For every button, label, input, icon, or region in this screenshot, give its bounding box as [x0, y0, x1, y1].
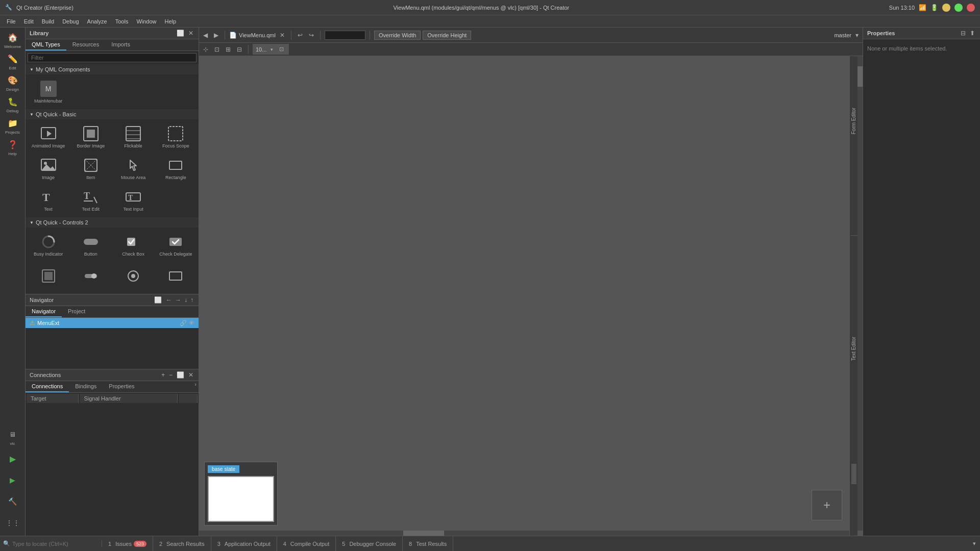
- list-item[interactable]: [28, 261, 69, 292]
- nav-visibility-btn[interactable]: 👁: [189, 320, 194, 327]
- tab-bindings[interactable]: Bindings: [69, 381, 103, 392]
- sidebar-item-design[interactable]: 🎨 Design: [3, 73, 23, 93]
- toolbar-close-file-btn[interactable]: ✕: [278, 31, 287, 40]
- menu-debug[interactable]: Debug: [58, 17, 83, 26]
- add-state-button[interactable]: +: [812, 490, 842, 520]
- nav-expand-btn[interactable]: ⬜: [153, 296, 163, 304]
- select-tool-btn[interactable]: ⊹: [201, 45, 210, 54]
- bottom-tab-debugger[interactable]: 5 Debugger Console: [336, 536, 403, 551]
- apps-button[interactable]: ⋮⋮: [3, 513, 23, 533]
- connections-close-btn[interactable]: ✕: [187, 371, 194, 379]
- toolbar-search-input[interactable]: [325, 31, 365, 40]
- list-item[interactable]: Border Image: [70, 121, 111, 152]
- list-item[interactable]: Focus Scope: [155, 121, 197, 152]
- sidebar-item-debug[interactable]: 🐛 Debug: [3, 94, 23, 115]
- minimize-button[interactable]: [942, 4, 950, 12]
- navigator-row-menuext[interactable]: ⚠ MenuExt 🔗 👁: [26, 318, 199, 328]
- bottom-expand-btn[interactable]: ▾: [969, 540, 980, 547]
- menu-build[interactable]: Build: [38, 17, 58, 26]
- text-editor-label[interactable]: Text Editor: [849, 335, 859, 363]
- menu-edit[interactable]: Edit: [20, 17, 38, 26]
- locate-input[interactable]: [12, 541, 89, 547]
- run-button[interactable]: ▶: [3, 448, 23, 469]
- toolbar-back-btn[interactable]: ◀: [201, 31, 210, 40]
- filter-input[interactable]: [28, 53, 197, 62]
- bottom-tab-issues[interactable]: 1 Issues 523: [102, 536, 153, 551]
- tab-project[interactable]: Project: [62, 306, 91, 317]
- form-editor-label[interactable]: Form Editor: [849, 106, 859, 136]
- connections-add-btn[interactable]: +: [160, 371, 166, 379]
- list-item[interactable]: Button: [70, 230, 111, 260]
- snap-btn[interactable]: ⊞: [224, 45, 233, 54]
- zoom-expand-btn[interactable]: ▾: [268, 46, 275, 53]
- nav-link-btn[interactable]: 🔗: [180, 320, 187, 327]
- debug-run-button[interactable]: ▶: [3, 470, 23, 490]
- list-item[interactable]: [155, 261, 197, 292]
- canvas[interactable]: base state +: [199, 56, 863, 536]
- bottom-tab-compile[interactable]: 4 Compile Output: [277, 536, 336, 551]
- scrollbar-v-thumb[interactable]: [857, 66, 863, 87]
- override-height-btn[interactable]: Override Height: [423, 31, 471, 40]
- base-state-card[interactable]: base state: [204, 462, 278, 525]
- list-item[interactable]: Image: [28, 153, 69, 184]
- list-item[interactable]: Rectangle: [155, 153, 197, 184]
- maximize-button[interactable]: [954, 4, 963, 12]
- bottom-tab-test[interactable]: 8 Test Results: [403, 536, 453, 551]
- canvas-scrollbar-h[interactable]: [199, 531, 854, 536]
- toolbar-redo-btn[interactable]: ↪: [307, 31, 316, 40]
- connections-remove-btn[interactable]: −: [168, 371, 174, 379]
- list-item[interactable]: Flickable: [113, 121, 154, 152]
- list-item[interactable]: Busy Indicator: [28, 230, 69, 260]
- section-qt-quick-basic[interactable]: ▼ Qt Quick - Basic: [26, 109, 199, 119]
- tab-qml-types[interactable]: QML Types: [26, 39, 66, 51]
- connections-expand-btn[interactable]: ⬜: [176, 371, 185, 379]
- list-item[interactable]: Mouse Area: [113, 153, 154, 184]
- scrollbar-thumb[interactable]: [403, 531, 444, 536]
- tab-navigator[interactable]: Navigator: [26, 306, 62, 317]
- section-my-qml[interactable]: ▼ My QML Components: [26, 64, 199, 74]
- library-close-btn[interactable]: ✕: [187, 30, 194, 37]
- menu-analyze[interactable]: Analyze: [83, 17, 111, 26]
- toolbar-undo-btn[interactable]: ↩: [296, 31, 305, 40]
- nav-down-btn[interactable]: ↓: [183, 296, 188, 304]
- menu-window[interactable]: Window: [132, 17, 160, 26]
- list-item[interactable]: [113, 261, 154, 292]
- tab-imports[interactable]: Imports: [105, 39, 136, 51]
- properties-close-btn[interactable]: ⬆: [969, 30, 976, 37]
- toolbar-forward-btn[interactable]: ▶: [212, 31, 220, 40]
- tab-resources[interactable]: Resources: [66, 39, 106, 51]
- tab-connections[interactable]: Connections: [26, 381, 69, 392]
- list-item[interactable]: Check Box: [113, 230, 154, 260]
- list-item[interactable]: T Text Input: [113, 185, 154, 215]
- fit-view-btn[interactable]: ⊡: [212, 45, 222, 54]
- list-item[interactable]: [70, 261, 111, 292]
- list-item[interactable]: Animated Image: [28, 121, 69, 152]
- bottom-tab-search[interactable]: 2 Search Results: [153, 536, 211, 551]
- menu-file[interactable]: File: [3, 17, 20, 26]
- close-button[interactable]: [967, 4, 975, 12]
- toolbar-branch-expand-btn[interactable]: ▾: [853, 31, 861, 40]
- list-item[interactable]: T Text: [28, 185, 69, 215]
- sidebar-item-vlc[interactable]: 🖥 vlc: [3, 427, 23, 447]
- menu-help[interactable]: Help: [161, 17, 181, 26]
- sidebar-item-projects[interactable]: 📁 Projects: [3, 116, 23, 136]
- sidebar-item-help[interactable]: ❓ Help: [3, 137, 23, 158]
- nav-left-btn[interactable]: ←: [165, 296, 173, 304]
- sidebar-item-welcome[interactable]: 🏠 Welcome: [3, 30, 23, 51]
- menu-tools[interactable]: Tools: [111, 17, 133, 26]
- sidebar-handle[interactable]: [851, 464, 856, 484]
- tab-properties-conn[interactable]: Properties: [103, 381, 140, 392]
- nav-up-btn[interactable]: ↑: [189, 296, 194, 304]
- grid-btn[interactable]: ⊟: [235, 45, 244, 54]
- bottom-tab-app-output[interactable]: 3 Application Output: [211, 536, 277, 551]
- list-item[interactable]: M MainMenubar: [28, 77, 69, 107]
- build-button[interactable]: 🔨: [3, 491, 23, 512]
- section-qt-quick-controls2[interactable]: ▼ Qt Quick - Controls 2: [26, 217, 199, 228]
- connections-more-btn[interactable]: ›: [192, 381, 199, 392]
- properties-expand-btn[interactable]: ⊟: [960, 30, 967, 37]
- nav-right-btn[interactable]: →: [174, 296, 182, 304]
- library-expand-btn[interactable]: ⬜: [176, 30, 185, 37]
- list-item[interactable]: T Text Edit: [70, 185, 111, 215]
- list-item[interactable]: Check Delegate: [155, 230, 197, 260]
- zoom-fit-btn[interactable]: ⊡: [277, 45, 286, 54]
